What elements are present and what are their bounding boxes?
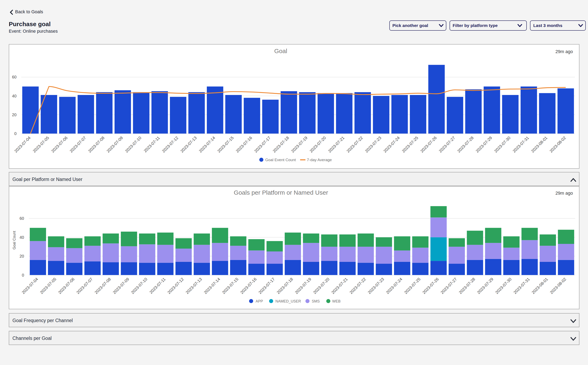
svg-text:2023-07-11: 2023-07-11: [149, 277, 166, 295]
svg-text:20: 20: [12, 112, 17, 117]
svg-text:2023-07-22: 2023-07-22: [346, 135, 364, 153]
svg-text:2023-07-16: 2023-07-16: [235, 135, 253, 153]
svg-text:2023-07-22: 2023-07-22: [349, 277, 367, 295]
svg-text:2023-07-24: 2023-07-24: [383, 135, 401, 153]
svg-text:2023-07-20: 2023-07-20: [312, 277, 330, 295]
svg-text:2023-07-08: 2023-07-08: [94, 277, 112, 295]
svg-text:Goal Count: Goal Count: [12, 231, 16, 249]
svg-text:2023-07-14: 2023-07-14: [203, 277, 221, 295]
svg-text:2023-07-28: 2023-07-28: [457, 135, 475, 153]
svg-text:2023-08-01: 2023-08-01: [530, 135, 548, 153]
svg-text:APP: APP: [256, 299, 263, 303]
svg-text:Goal: Goal: [274, 48, 287, 54]
svg-text:2023-07-26: 2023-07-26: [420, 135, 437, 153]
svg-text:2023-07-05: 2023-07-05: [32, 135, 50, 153]
svg-text:2023-07-04: 2023-07-04: [21, 277, 39, 295]
svg-text:2023-07-07: 2023-07-07: [69, 135, 87, 153]
svg-text:Goals per Platform or Named Us: Goals per Platform or Named User: [234, 189, 328, 196]
svg-text:2023-07-05: 2023-07-05: [39, 277, 57, 295]
svg-text:2023-07-16: 2023-07-16: [240, 277, 257, 295]
svg-text:2023-07-09: 2023-07-09: [106, 135, 124, 153]
svg-text:20: 20: [20, 254, 24, 258]
svg-text:2023-07-29: 2023-07-29: [475, 135, 493, 153]
svg-text:2023-07-12: 2023-07-12: [161, 135, 179, 153]
svg-text:2023-08-02: 2023-08-02: [549, 277, 567, 295]
svg-text:2023-07-06: 2023-07-06: [57, 277, 75, 295]
svg-text:2023-07-21: 2023-07-21: [331, 277, 348, 295]
svg-text:29m ago: 29m ago: [555, 190, 573, 196]
svg-text:2023-07-30: 2023-07-30: [493, 135, 512, 153]
svg-text:2023-07-23: 2023-07-23: [367, 277, 385, 295]
svg-text:2023-07-10: 2023-07-10: [130, 277, 148, 295]
svg-text:2023-07-31: 2023-07-31: [512, 135, 530, 153]
svg-text:2023-07-19: 2023-07-19: [290, 135, 308, 153]
svg-text:2023-07-18: 2023-07-18: [272, 135, 290, 153]
svg-text:2023-07-17: 2023-07-17: [258, 277, 276, 295]
svg-text:2023-07-29: 2023-07-29: [476, 277, 494, 295]
svg-text:NAMED_USER: NAMED_USER: [275, 299, 301, 303]
svg-text:2023-07-04: 2023-07-04: [14, 135, 31, 153]
svg-text:Goal Event Count: Goal Event Count: [265, 158, 296, 162]
svg-text:60: 60: [12, 75, 17, 79]
svg-text:2023-07-15: 2023-07-15: [217, 135, 235, 153]
svg-text:2023-07-14: 2023-07-14: [198, 135, 216, 153]
svg-text:40: 40: [20, 235, 24, 239]
svg-text:0: 0: [14, 131, 17, 136]
svg-text:7-day Average: 7-day Average: [307, 158, 332, 162]
svg-text:2023-07-21: 2023-07-21: [327, 135, 345, 153]
svg-text:2023-07-24: 2023-07-24: [385, 277, 403, 295]
svg-text:2023-07-19: 2023-07-19: [294, 277, 312, 295]
svg-text:2023-07-25: 2023-07-25: [403, 277, 422, 295]
svg-text:2023-07-25: 2023-07-25: [401, 135, 419, 153]
svg-text:2023-07-08: 2023-07-08: [87, 135, 105, 153]
svg-text:2023-07-07: 2023-07-07: [76, 277, 94, 295]
svg-text:2023-07-13: 2023-07-13: [180, 135, 198, 153]
svg-text:2023-07-17: 2023-07-17: [253, 135, 271, 153]
svg-text:40: 40: [12, 94, 17, 98]
svg-text:2023-08-02: 2023-08-02: [549, 135, 567, 153]
svg-text:2023-07-18: 2023-07-18: [276, 277, 294, 295]
svg-text:2023-07-06: 2023-07-06: [50, 135, 68, 153]
svg-text:29m ago: 29m ago: [555, 49, 573, 54]
svg-text:2023-07-31: 2023-07-31: [513, 277, 531, 295]
svg-text:2023-07-23: 2023-07-23: [364, 135, 382, 153]
svg-text:2023-07-30: 2023-07-30: [494, 277, 512, 295]
svg-text:60: 60: [20, 216, 24, 221]
svg-text:2023-07-26: 2023-07-26: [422, 277, 440, 295]
svg-text:2023-07-15: 2023-07-15: [221, 277, 239, 295]
svg-text:2023-07-27: 2023-07-27: [438, 135, 456, 153]
svg-text:0: 0: [22, 273, 24, 277]
svg-text:WEB: WEB: [332, 299, 340, 303]
svg-text:2023-08-01: 2023-08-01: [531, 277, 549, 295]
svg-text:2023-07-10: 2023-07-10: [124, 135, 142, 153]
svg-text:2023-07-11: 2023-07-11: [143, 135, 161, 153]
svg-text:2023-07-28: 2023-07-28: [458, 277, 476, 295]
svg-text:SMS: SMS: [312, 299, 320, 303]
svg-text:2023-07-12: 2023-07-12: [166, 277, 185, 295]
svg-text:2023-07-20: 2023-07-20: [309, 135, 327, 153]
svg-text:2023-07-13: 2023-07-13: [185, 277, 203, 295]
svg-text:2023-07-27: 2023-07-27: [440, 277, 458, 295]
svg-text:2023-07-09: 2023-07-09: [112, 277, 130, 295]
